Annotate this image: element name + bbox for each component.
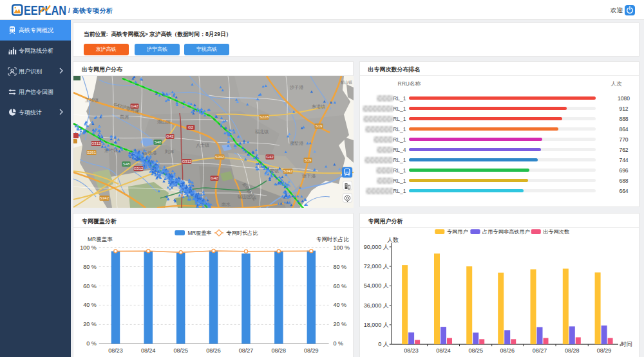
svg-text:20 %: 20 % — [83, 321, 97, 327]
svg-text:专网用户: 专网用户 — [446, 228, 468, 235]
svg-text:08/26: 08/26 — [500, 347, 515, 354]
svg-text:60 %: 60 % — [83, 283, 97, 289]
svg-text:08/28: 08/28 — [565, 347, 580, 354]
svg-text:S342: S342 — [215, 155, 225, 159]
svg-text:90,000 人: 90,000 人 — [363, 244, 388, 250]
svg-text:S228: S228 — [260, 115, 269, 119]
svg-text:人数: 人数 — [387, 237, 399, 243]
svg-text:08/27: 08/27 — [239, 347, 254, 354]
svg-text:08/25: 08/25 — [468, 347, 483, 354]
svg-text:S342: S342 — [100, 196, 109, 200]
svg-text:08/23: 08/23 — [108, 347, 123, 354]
svg-text:80 %: 80 % — [83, 264, 97, 270]
svg-text:60 %: 60 % — [334, 283, 347, 289]
svg-text:100 %: 100 % — [80, 244, 97, 251]
svg-text:潴墅港: 潴墅港 — [290, 141, 304, 146]
svg-text:S342: S342 — [283, 169, 293, 173]
svg-text:08/26: 08/26 — [206, 347, 221, 354]
svg-text:占用专网非高铁用户: 占用专网非高铁用户 — [482, 228, 530, 235]
svg-text:08/28: 08/28 — [272, 347, 287, 354]
svg-text:G312: G312 — [182, 160, 192, 163]
svg-text:36,000 人: 36,000 人 — [363, 302, 388, 309]
svg-text:出专网次数: 出专网次数 — [543, 228, 569, 235]
svg-text:08/27: 08/27 — [532, 347, 547, 354]
svg-text:08/24: 08/24 — [141, 347, 156, 354]
svg-text:18,000 人: 18,000 人 — [363, 322, 388, 328]
svg-text:时间: 时间 — [621, 341, 632, 347]
svg-text:锡山区: 锡山区 — [237, 194, 251, 199]
svg-text:G312: G312 — [134, 167, 144, 170]
svg-text:湖山区: 湖山区 — [157, 120, 171, 124]
svg-text:G42: G42 — [266, 155, 274, 159]
svg-text:08/29: 08/29 — [304, 347, 319, 354]
svg-text:S19: S19 — [305, 158, 312, 162]
svg-text:安镇: 安镇 — [270, 169, 279, 174]
svg-text:刘潭: 刘潭 — [164, 149, 174, 154]
svg-text:洛社镇: 洛社镇 — [104, 148, 118, 153]
svg-text:郁山镇: 郁山镇 — [341, 80, 352, 85]
svg-text:08/25: 08/25 — [173, 347, 188, 354]
svg-text:南水: 南水 — [222, 202, 231, 206]
svg-text:塘下港: 塘下港 — [301, 174, 316, 179]
svg-text:0 %: 0 % — [334, 340, 344, 347]
svg-text:40 %: 40 % — [83, 302, 97, 308]
svg-text:前洲: 前洲 — [120, 114, 129, 120]
svg-text:80 %: 80 % — [334, 264, 347, 270]
svg-text:G2: G2 — [188, 125, 194, 129]
svg-text:S48: S48 — [123, 162, 130, 166]
svg-text:专网时长占比: 专网时长占比 — [227, 230, 258, 236]
svg-text:40 %: 40 % — [334, 302, 347, 308]
svg-text:G42: G42 — [211, 176, 218, 180]
svg-text:专网时长占比: 专网时长占比 — [316, 236, 350, 243]
svg-text:八士镇: 八士镇 — [196, 143, 209, 148]
svg-text:东港镇: 东港镇 — [312, 104, 325, 109]
svg-text:08/23: 08/23 — [404, 347, 419, 354]
svg-text:G312: G312 — [91, 142, 101, 145]
svg-text:G42: G42 — [166, 134, 174, 138]
svg-text:0 %: 0 % — [86, 340, 97, 347]
svg-text:08/29: 08/29 — [596, 347, 611, 354]
svg-text:20 %: 20 % — [334, 321, 347, 327]
svg-text:S48: S48 — [155, 140, 162, 144]
svg-text:100 %: 100 % — [334, 244, 350, 251]
svg-text:S19: S19 — [316, 124, 323, 128]
svg-text:福北镇: 福北镇 — [255, 129, 269, 134]
svg-text:54,000 人: 54,000 人 — [363, 282, 388, 289]
svg-text:08/24: 08/24 — [436, 347, 451, 354]
svg-text:玉祁镇: 玉祁镇 — [85, 98, 99, 103]
svg-text:MR覆盖率: MR覆盖率 — [188, 230, 212, 236]
svg-text:72,000 人: 72,000 人 — [363, 263, 388, 270]
svg-text:S261: S261 — [87, 151, 97, 154]
svg-text:运塘港: 运塘港 — [143, 151, 157, 156]
svg-text:0 人: 0 人 — [378, 341, 389, 347]
svg-text:MR覆盖率: MR覆盖率 — [88, 236, 113, 243]
svg-text:沙子港: 沙子港 — [290, 85, 304, 90]
